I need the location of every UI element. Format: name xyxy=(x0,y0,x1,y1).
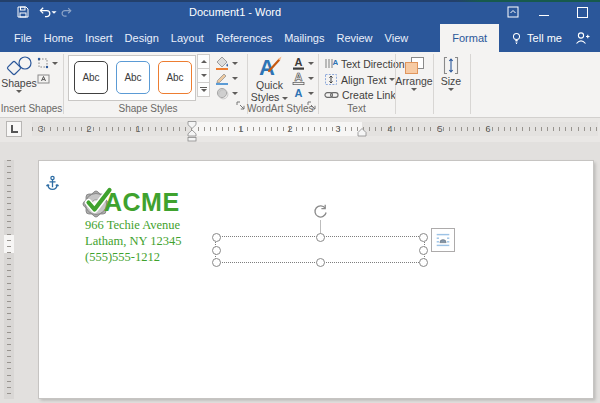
tell-me-label: Tell me xyxy=(527,32,562,44)
shape-styles-gallery: Abc Abc Abc xyxy=(68,55,196,101)
resize-handle-middle-left[interactable] xyxy=(212,246,221,255)
tab-view[interactable]: View xyxy=(379,24,415,52)
indent-markers[interactable] xyxy=(187,121,197,142)
wordart-dialog-launcher[interactable] xyxy=(307,96,316,114)
layout-options-icon xyxy=(434,231,452,249)
size-button[interactable]: Size xyxy=(437,56,465,91)
shape-style-swatch-1[interactable]: Abc xyxy=(74,61,108,94)
ribbon-display-options-icon xyxy=(507,6,519,18)
tab-layout[interactable]: Layout xyxy=(165,24,210,52)
maximize-icon xyxy=(577,7,588,18)
rotation-handle[interactable] xyxy=(312,203,329,220)
undo-button[interactable] xyxy=(36,5,58,19)
arrange-caret xyxy=(411,88,417,91)
text-outline-caret xyxy=(308,77,314,80)
anchor-icon xyxy=(46,175,59,191)
sign-in-button[interactable] xyxy=(575,24,600,52)
resize-handle-bottom-right[interactable] xyxy=(419,258,428,267)
create-link-icon xyxy=(324,90,339,100)
maximize-button[interactable] xyxy=(574,5,590,19)
resize-handle-top-left[interactable] xyxy=(212,233,221,242)
tab-design[interactable]: Design xyxy=(119,24,165,52)
resize-handle-bottom-left[interactable] xyxy=(212,258,221,267)
svg-text:A: A xyxy=(295,87,303,99)
ruler-number: 2 xyxy=(86,123,91,135)
text-fill-button[interactable]: A xyxy=(292,56,314,70)
group-separator xyxy=(63,54,64,114)
resize-handle-top-middle[interactable] xyxy=(316,233,325,242)
horizontal-ruler: 3 2 1 1 2 3 4 5 6 xyxy=(32,122,598,136)
tab-selector-button[interactable] xyxy=(6,121,22,137)
tab-references[interactable]: References xyxy=(210,24,278,52)
shape-effects-caret xyxy=(232,92,238,95)
edit-shape-button[interactable] xyxy=(37,57,58,69)
gallery-scroll-up-button[interactable] xyxy=(197,54,210,69)
size-icon xyxy=(443,56,459,75)
minimize-button[interactable] xyxy=(536,5,552,19)
edit-shape-icon xyxy=(37,57,49,69)
ruler-number: 2 xyxy=(287,123,292,135)
quick-styles-label-1: Quick xyxy=(256,80,283,91)
window-title: Document1 - Word xyxy=(189,0,281,24)
text-outline-icon: A xyxy=(292,71,305,85)
group-label-shape-styles: Shape Styles xyxy=(68,103,228,114)
layout-options-button[interactable] xyxy=(431,228,455,252)
resize-handle-bottom-middle[interactable] xyxy=(316,258,325,267)
quick-styles-label-2: Styles xyxy=(251,92,289,103)
window-top-edge xyxy=(0,0,600,2)
quick-styles-button[interactable]: A Quick Styles xyxy=(251,55,288,103)
address-line-3: (555)555-1212 xyxy=(85,249,181,265)
shape-style-swatch-2[interactable]: Abc xyxy=(116,61,150,94)
shape-fill-icon xyxy=(215,56,229,70)
shapes-label: Shapes xyxy=(1,78,37,89)
tab-format-active[interactable]: Format xyxy=(440,24,499,52)
quick-styles-icon: A xyxy=(257,55,283,79)
text-outline-button[interactable]: A xyxy=(292,71,314,85)
svg-text:A: A xyxy=(295,56,303,68)
align-text-button[interactable]: Align Text xyxy=(324,73,395,86)
gallery-scroll-down-button[interactable] xyxy=(197,68,210,83)
size-caret xyxy=(448,88,454,91)
shape-style-swatch-3[interactable]: Abc xyxy=(158,61,192,94)
redo-button[interactable] xyxy=(60,5,74,19)
gallery-more-button[interactable] xyxy=(197,82,210,97)
title-bar: Document1 - Word xyxy=(0,0,600,24)
shape-outline-icon xyxy=(215,71,229,85)
minimize-icon xyxy=(539,15,549,16)
gallery-up-icon xyxy=(201,60,207,63)
vertical-ruler xyxy=(4,160,14,399)
address-line-1: 966 Techie Avenue xyxy=(85,217,181,233)
text-fill-caret xyxy=(308,62,314,65)
undo-icon xyxy=(38,6,51,18)
tab-file[interactable]: File xyxy=(8,24,38,52)
ribbon-display-options-button[interactable] xyxy=(505,5,521,19)
redo-icon xyxy=(61,6,73,18)
tab-mailings[interactable]: Mailings xyxy=(278,24,330,52)
selected-text-box[interactable] xyxy=(215,236,425,263)
text-effects-icon: A xyxy=(292,86,305,100)
shape-effects-button[interactable] xyxy=(215,86,238,100)
shapes-dropdown-caret xyxy=(16,90,22,93)
group-label-wordart-styles: WordArt Styles xyxy=(247,103,311,114)
right-indent-marker[interactable] xyxy=(357,128,367,137)
arrange-button[interactable]: Arrange xyxy=(398,56,430,91)
save-button[interactable] xyxy=(16,5,30,19)
ruler-number: 6 xyxy=(485,123,490,135)
draw-text-box-button[interactable] xyxy=(37,73,50,85)
document-area: ACME 966 Techie Avenue Latham, NY 12345 … xyxy=(0,142,600,403)
shapes-button[interactable]: Shapes xyxy=(4,55,34,93)
tab-home[interactable]: Home xyxy=(38,24,79,52)
shape-fill-button[interactable] xyxy=(215,56,238,70)
tab-insert[interactable]: Insert xyxy=(79,24,119,52)
tab-review[interactable]: Review xyxy=(331,24,379,52)
shape-outline-button[interactable] xyxy=(215,71,238,85)
signin-person-icon xyxy=(575,31,590,45)
tell-me-box[interactable]: Tell me xyxy=(499,24,574,52)
resize-handle-top-right[interactable] xyxy=(419,233,428,242)
resize-handle-middle-right[interactable] xyxy=(419,246,428,255)
edit-shape-caret xyxy=(52,62,58,65)
shape-styles-dialog-launcher[interactable] xyxy=(236,96,245,114)
ruler-number: 5 xyxy=(437,123,442,135)
document-page[interactable]: ACME 966 Techie Avenue Latham, NY 12345 … xyxy=(38,160,594,399)
create-link-button[interactable]: Create Link xyxy=(324,89,396,101)
